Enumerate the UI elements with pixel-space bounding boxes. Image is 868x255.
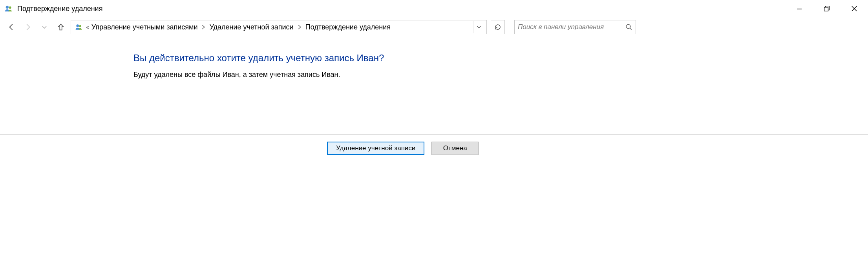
- user-accounts-icon: [4, 4, 13, 13]
- svg-point-0: [6, 6, 9, 9]
- breadcrumb: Управление учетными записями Удаление уч…: [91, 23, 473, 31]
- page-description: Будут удалены все файлы Иван, а затем уч…: [133, 71, 868, 79]
- breadcrumb-item[interactable]: Удаление учетной записи: [209, 23, 293, 31]
- address-bar-group: « Управление учетными записями Удаление …: [71, 20, 505, 34]
- delete-account-button[interactable]: Удаление учетной записи: [327, 142, 424, 155]
- address-bar[interactable]: « Управление учетными записями Удаление …: [71, 20, 487, 34]
- address-dropdown-button[interactable]: [473, 21, 484, 33]
- chevron-right-icon: [298, 25, 302, 29]
- search-box[interactable]: [514, 20, 636, 34]
- svg-point-7: [76, 24, 79, 27]
- svg-rect-2: [797, 9, 802, 9]
- breadcrumb-item[interactable]: Управление учетными записями: [91, 23, 198, 31]
- breadcrumb-item[interactable]: Подтверждение удаления: [305, 23, 391, 31]
- back-button[interactable]: [5, 20, 18, 34]
- chevron-right-icon: [201, 25, 205, 29]
- window-title: Подтверждение удаления: [17, 5, 102, 13]
- svg-line-10: [630, 28, 632, 30]
- cancel-button[interactable]: Отмена: [431, 142, 479, 155]
- search-icon[interactable]: [625, 24, 632, 31]
- search-input[interactable]: [518, 23, 625, 31]
- svg-point-1: [9, 6, 11, 9]
- page-heading: Вы действительно хотите удалить учетную …: [133, 53, 868, 64]
- main-content: Вы действительно хотите удалить учетную …: [0, 37, 868, 115]
- titlebar: Подтверждение удаления: [0, 0, 868, 17]
- button-row: Удаление учетной записи Отмена: [0, 135, 868, 155]
- forward-button[interactable]: [21, 20, 35, 34]
- refresh-button[interactable]: [491, 20, 505, 34]
- minimize-button[interactable]: [786, 0, 813, 17]
- up-button[interactable]: [54, 20, 68, 34]
- svg-rect-4: [824, 7, 828, 11]
- svg-point-9: [626, 24, 630, 29]
- svg-point-8: [79, 25, 81, 27]
- user-accounts-icon: [74, 22, 84, 32]
- window-controls: [786, 0, 868, 17]
- close-button[interactable]: [841, 0, 868, 17]
- toolbar: « Управление учетными записями Удаление …: [0, 17, 868, 37]
- maximize-button[interactable]: [813, 0, 841, 17]
- breadcrumb-overflow-icon[interactable]: «: [86, 24, 89, 30]
- recent-locations-button[interactable]: [38, 20, 51, 34]
